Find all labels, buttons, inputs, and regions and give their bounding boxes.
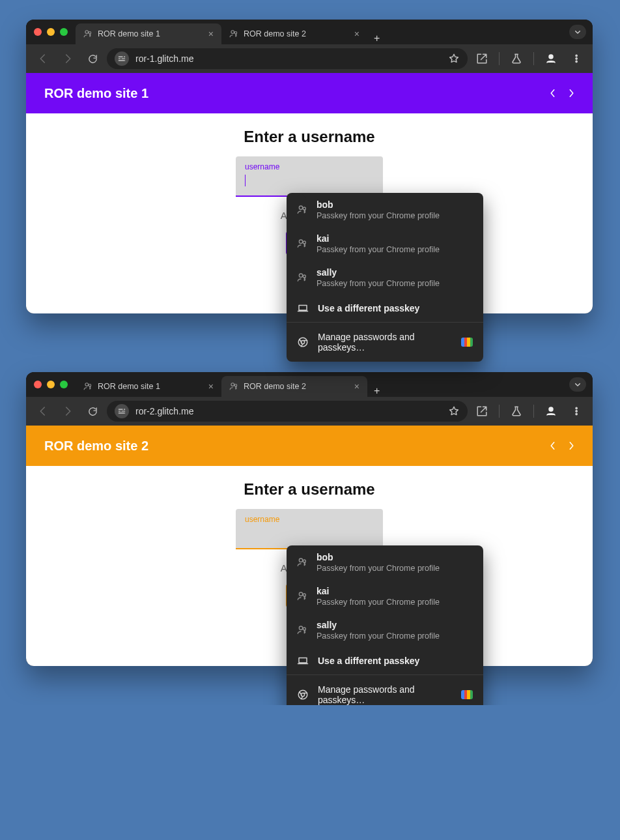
separator (499, 52, 500, 65)
tab-favicon-icon (229, 29, 238, 38)
tab-favicon-icon (83, 382, 92, 391)
laptop-icon (297, 655, 309, 667)
overflow-menu-button[interactable] (565, 48, 586, 69)
passkey-suggestion[interactable]: kai Passkey from your Chrome profile (287, 579, 483, 613)
use-different-label: Use a different passkey (318, 656, 419, 666)
page-content: ROR demo site 2 Enter a username usernam… (26, 426, 593, 666)
window-zoom-button[interactable] (60, 381, 68, 388)
passkey-autofill-popup: bob Passkey from your Chrome profile kai… (287, 193, 483, 362)
labs-button[interactable] (506, 48, 527, 69)
chrome-icon (297, 336, 309, 348)
bookmark-star-icon[interactable] (448, 53, 460, 65)
extensions-button[interactable] (472, 401, 492, 422)
passkey-name: bob (317, 199, 440, 210)
manage-passwords[interactable]: Manage passwords and passkeys… (287, 322, 483, 362)
new-tab-button[interactable]: + (367, 33, 386, 44)
username-field[interactable]: username bob Passkey from your Chrome pr… (236, 509, 383, 549)
nav-back-button[interactable] (33, 401, 53, 422)
passkey-icon (297, 625, 307, 635)
tab-title: ROR demo site 2 (244, 29, 306, 38)
window-close-button[interactable] (34, 381, 42, 388)
nav-forward-button[interactable] (57, 48, 78, 69)
passkey-suggestion[interactable]: kai Passkey from your Chrome profile (287, 227, 483, 261)
tab-favicon-icon (229, 382, 238, 391)
browser-toolbar: ror-1.glitch.me (26, 44, 593, 73)
tab-overflow-button[interactable] (569, 377, 586, 392)
tab-close-button[interactable]: × (208, 29, 214, 39)
passkey-name: kai (317, 586, 440, 596)
passkey-icon (297, 272, 307, 283)
bookmark-star-icon[interactable] (448, 405, 460, 417)
google-password-manager-icon (461, 690, 473, 699)
titlebar: ROR demo site 1 × ROR demo site 2 × + (26, 20, 593, 44)
overflow-menu-button[interactable] (565, 401, 586, 422)
app-title: ROR demo site 1 (44, 86, 148, 101)
browser-window: ROR demo site 1 × ROR demo site 2 × + ro… (26, 20, 593, 313)
passkey-icon (297, 557, 307, 568)
nav-back-button[interactable] (33, 48, 53, 69)
laptop-icon (297, 302, 309, 314)
window-minimize-button[interactable] (47, 381, 55, 388)
passkey-name: sally (317, 620, 440, 630)
manage-passwords-label: Manage passwords and passkeys… (318, 684, 452, 705)
browser-tab[interactable]: ROR demo site 1 × (76, 23, 221, 44)
browser-window: ROR demo site 1 × ROR demo site 2 × + ro… (26, 372, 593, 666)
tab-title: ROR demo site 2 (244, 382, 306, 391)
google-password-manager-icon (461, 338, 473, 347)
profile-button[interactable] (541, 48, 561, 69)
separator (533, 52, 534, 65)
manage-passwords[interactable]: Manage passwords and passkeys… (287, 674, 483, 705)
extensions-button[interactable] (472, 48, 492, 69)
window-zoom-button[interactable] (60, 28, 68, 36)
use-different-passkey[interactable]: Use a different passkey (287, 647, 483, 674)
browser-tab[interactable]: ROR demo site 2 × (221, 376, 367, 397)
nav-forward-button[interactable] (57, 401, 78, 422)
reload-button[interactable] (82, 48, 103, 69)
site-info-icon[interactable] (115, 404, 129, 418)
username-field[interactable]: username bob Passkey from your Chrome pr… (236, 156, 383, 197)
passkey-source: Passkey from your Chrome profile (317, 564, 440, 573)
tab-favicon-icon (83, 29, 92, 38)
separator (499, 405, 500, 418)
app-banner: ROR demo site 1 (26, 73, 593, 113)
view-source-button[interactable] (550, 87, 574, 99)
chrome-icon (297, 689, 309, 701)
address-bar[interactable]: ror-2.glitch.me (107, 401, 468, 422)
manage-passwords-label: Manage passwords and passkeys… (318, 332, 452, 353)
labs-button[interactable] (506, 401, 527, 422)
browser-tab[interactable]: ROR demo site 2 × (221, 23, 367, 44)
browser-toolbar: ror-2.glitch.me (26, 397, 593, 426)
app-title: ROR demo site 2 (44, 439, 148, 454)
reload-button[interactable] (82, 401, 103, 422)
passkey-suggestion[interactable]: bob Passkey from your Chrome profile (287, 193, 483, 227)
titlebar: ROR demo site 1 × ROR demo site 2 × + (26, 372, 593, 397)
passkey-source: Passkey from your Chrome profile (317, 631, 440, 641)
browser-tab[interactable]: ROR demo site 1 × (76, 376, 221, 397)
tab-close-button[interactable]: × (354, 29, 359, 39)
page-heading: Enter a username (26, 128, 593, 146)
window-minimize-button[interactable] (47, 28, 55, 36)
passkey-icon (297, 205, 307, 215)
tab-close-button[interactable]: × (208, 381, 214, 392)
profile-button[interactable] (541, 401, 561, 422)
site-info-icon[interactable] (115, 51, 129, 66)
tab-overflow-button[interactable] (569, 25, 586, 39)
window-close-button[interactable] (34, 28, 42, 36)
url-text: ror-1.glitch.me (135, 53, 193, 64)
passkey-name: kai (317, 233, 440, 244)
passkey-suggestion[interactable]: bob Passkey from your Chrome profile (287, 545, 483, 579)
passkey-suggestion[interactable]: sally Passkey from your Chrome profile (287, 261, 483, 295)
passkey-icon (297, 239, 307, 249)
use-different-passkey[interactable]: Use a different passkey (287, 295, 483, 322)
tab-title: ROR demo site 1 (98, 382, 160, 391)
view-source-button[interactable] (550, 440, 574, 452)
app-banner: ROR demo site 2 (26, 426, 593, 466)
passkey-source: Passkey from your Chrome profile (317, 279, 440, 288)
address-bar[interactable]: ror-1.glitch.me (107, 48, 468, 69)
tab-close-button[interactable]: × (354, 381, 359, 392)
passkey-source: Passkey from your Chrome profile (317, 598, 440, 607)
passkey-suggestion[interactable]: sally Passkey from your Chrome profile (287, 613, 483, 647)
new-tab-button[interactable]: + (367, 385, 386, 397)
passkey-name: bob (317, 552, 440, 562)
text-caret (245, 175, 246, 186)
